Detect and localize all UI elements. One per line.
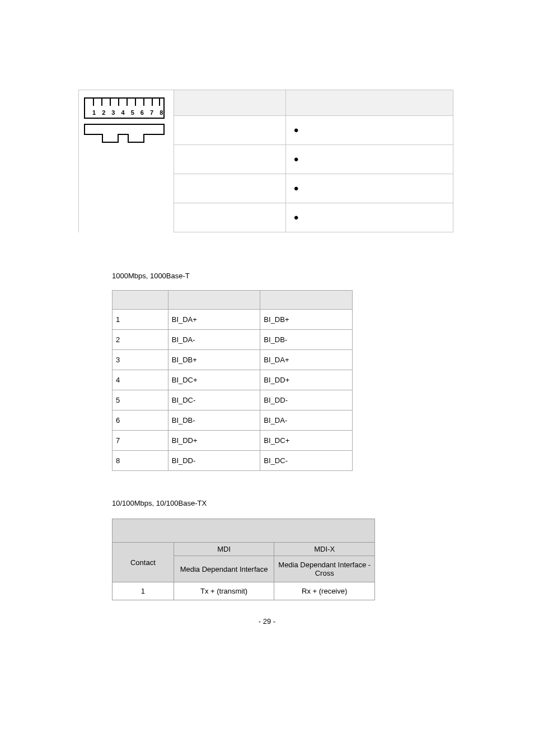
cell-r4-c2 xyxy=(174,203,286,232)
cell: 6 xyxy=(113,410,168,431)
cell: 1 xyxy=(113,310,168,330)
header-col3 xyxy=(286,90,453,116)
cell-r1-c3: • xyxy=(286,116,453,145)
page-number: - 29 - xyxy=(78,617,456,626)
bullet-icon: • xyxy=(294,214,298,222)
table-row: 4BI_DC+BI_DD+ xyxy=(113,370,353,390)
cell: BI_DB- xyxy=(260,330,353,350)
cell: 7 xyxy=(113,431,168,451)
cell: BI_DD+ xyxy=(260,370,353,390)
cell: BI_DB+ xyxy=(168,350,260,370)
cell: BI_DA- xyxy=(168,330,260,350)
table-row: 7BI_DD+BI_DC+ xyxy=(113,431,353,451)
cell: BI_DA+ xyxy=(260,350,353,370)
cell: BI_DD- xyxy=(260,390,353,410)
table-row: 1BI_DA+BI_DB+ xyxy=(113,310,353,330)
cell: 8 xyxy=(113,451,168,471)
cell: BI_DC- xyxy=(168,390,260,410)
cell: BI_DC+ xyxy=(260,431,353,451)
t2-header-mdix xyxy=(260,291,353,310)
cell: 1 xyxy=(113,582,174,600)
rj45-connector-diagram: 1 2 3 4 5 6 7 8 xyxy=(82,94,166,148)
cell: 2 xyxy=(113,330,168,350)
cell: BI_DA- xyxy=(260,410,353,431)
connector-diagram-cell: 1 2 3 4 5 6 7 8 xyxy=(79,90,174,232)
table-row: 5BI_DC-BI_DD- xyxy=(113,390,353,410)
section2-title: 1000Mbps, 1000Base-T xyxy=(112,272,456,280)
cell-r4-c3: • xyxy=(286,203,453,232)
table-row: 2BI_DA-BI_DB- xyxy=(113,330,353,350)
table-row: 3BI_DB+BI_DA+ xyxy=(113,350,353,370)
t3-header-mdix: MDI-X xyxy=(274,543,375,556)
table-row: 1 Tx + (transmit) Rx + (receive) xyxy=(113,582,375,600)
cell: BI_DD- xyxy=(168,451,260,471)
cell: Tx + (transmit) xyxy=(174,582,274,600)
t2-header-mdi xyxy=(168,291,260,310)
cell: 5 xyxy=(113,390,168,410)
cell: BI_DC+ xyxy=(168,370,260,390)
cell: BI_DB- xyxy=(168,410,260,431)
cell: BI_DD+ xyxy=(168,431,260,451)
cell-r3-c2 xyxy=(174,174,286,203)
t2-header-contact xyxy=(113,291,168,310)
cell: BI_DA+ xyxy=(168,310,260,330)
cell: 3 xyxy=(113,350,168,370)
cell-r1-c2 xyxy=(174,116,286,145)
cell: Rx + (receive) xyxy=(274,582,375,600)
cell: BI_DC- xyxy=(260,451,353,471)
cable-type-table: 1 2 3 4 5 6 7 8 • • • • xyxy=(78,90,453,232)
cell-r2-c2 xyxy=(174,145,286,174)
pinout-1000baset-table: 1BI_DA+BI_DB+ 2BI_DA-BI_DB- 3BI_DB+BI_DA… xyxy=(112,290,353,471)
table-row: 6BI_DB-BI_DA- xyxy=(113,410,353,431)
cell: BI_DB+ xyxy=(260,310,353,330)
bullet-icon: • xyxy=(294,185,298,193)
t3-header-mdix-sub: Media Dependant Interface -Cross xyxy=(274,556,375,582)
cell-r2-c3: • xyxy=(286,145,453,174)
table-row: 8BI_DD-BI_DC- xyxy=(113,451,353,471)
section3-title: 10/100Mbps, 10/100Base-TX xyxy=(112,499,456,507)
cell-r3-c3: • xyxy=(286,174,453,203)
t3-header-mdi-sub: Media Dependant Interface xyxy=(174,556,274,582)
cell: 4 xyxy=(113,370,168,390)
t3-top-header xyxy=(113,519,375,543)
header-col2 xyxy=(174,90,286,116)
t3-header-contact: Contact xyxy=(113,543,174,582)
pinout-10-100basetx-table: Contact MDI MDI-X Media Dependant Interf… xyxy=(112,519,375,600)
bullet-icon: • xyxy=(294,127,298,134)
bullet-icon: • xyxy=(294,156,298,164)
t3-header-mdi: MDI xyxy=(174,543,274,556)
svg-text:1 2 3 4 5 6 7 8: 1 2 3 4 5 6 7 8 xyxy=(92,109,165,116)
